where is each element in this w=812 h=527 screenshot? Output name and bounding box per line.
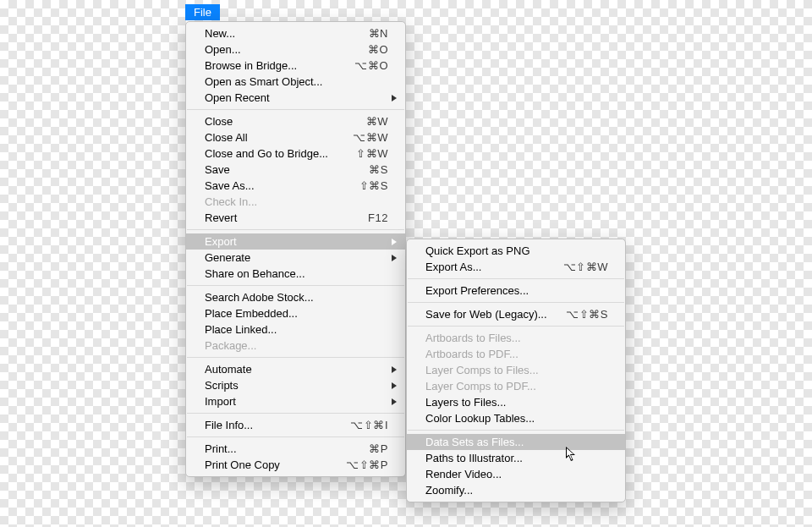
menu-separator <box>408 302 624 303</box>
menu-item-label: Close <box>205 113 339 129</box>
menu-item-shortcut: ⌥⌘O <box>339 58 388 74</box>
file-item-new[interactable]: New...⌘N <box>186 25 405 41</box>
file-item-save-as[interactable]: Save As...⇧⌘S <box>186 178 405 194</box>
export-item-render-video[interactable]: Render Video... <box>407 466 625 482</box>
export-item-zoomify[interactable]: Zoomify... <box>407 482 625 498</box>
menu-item-label: Place Linked... <box>205 321 388 338</box>
export-item-save-for-web-legacy[interactable]: Save for Web (Legacy)...⌥⇧⌘S <box>407 306 625 322</box>
menu-item-label: Automate <box>205 361 388 377</box>
menu-item-label: Artboards to PDF... <box>425 346 608 362</box>
export-item-color-lookup-tables[interactable]: Color Lookup Tables... <box>407 410 625 426</box>
menu-item-label: Color Lookup Tables... <box>425 410 608 426</box>
menu-separator <box>187 413 404 414</box>
menu-separator <box>187 109 404 110</box>
file-item-close-and-go-to-bridge[interactable]: Close and Go to Bridge...⇧⌘W <box>186 145 405 162</box>
file-item-print[interactable]: Print...⌘P <box>186 441 405 457</box>
menu-item-label: Paths to Illustrator... <box>425 450 608 466</box>
menu-item-label: Scripts <box>205 377 388 393</box>
menu-item-label: Search Adobe Stock... <box>205 289 388 305</box>
menu-item-label: Save As... <box>205 178 339 194</box>
menu-item-label: Revert <box>205 210 339 226</box>
menu-item-label: Print One Copy <box>205 457 339 473</box>
menu-item-shortcut: ⌘P <box>339 441 388 457</box>
menu-item-label: Generate <box>205 250 388 266</box>
menu-item-label: Layers to Files... <box>425 394 608 410</box>
menu-item-label: Artboards to Files... <box>425 330 608 346</box>
export-item-layer-comps-to-files: Layer Comps to Files... <box>407 362 625 378</box>
file-item-open-recent[interactable]: Open Recent <box>186 90 405 106</box>
file-item-package: Package... <box>186 338 405 354</box>
menu-item-label: Print... <box>205 441 339 457</box>
submenu-arrow-icon <box>392 398 397 405</box>
file-item-file-info[interactable]: File Info...⌥⇧⌘I <box>186 417 405 433</box>
submenu-arrow-icon <box>392 382 397 389</box>
menu-separator <box>187 357 404 358</box>
file-item-browse-in-bridge[interactable]: Browse in Bridge...⌥⌘O <box>186 58 405 74</box>
export-item-export-as[interactable]: Export As...⌥⇧⌘W <box>407 259 625 275</box>
file-item-import[interactable]: Import <box>186 393 405 409</box>
file-item-export[interactable]: Export <box>186 233 405 250</box>
file-item-place-linked[interactable]: Place Linked... <box>186 321 405 338</box>
menu-item-label: Open as Smart Object... <box>205 74 388 90</box>
menu-item-label: Data Sets as Files... <box>425 434 608 450</box>
file-item-generate[interactable]: Generate <box>186 250 405 266</box>
menu-item-shortcut: ⇧⌘W <box>339 145 388 162</box>
menu-item-label: Layer Comps to Files... <box>425 362 608 378</box>
menu-item-label: Save <box>205 162 339 178</box>
menu-item-label: Import <box>205 393 388 409</box>
file-item-scripts[interactable]: Scripts <box>186 377 405 393</box>
menu-item-shortcut: ⌘S <box>339 162 388 178</box>
file-item-revert[interactable]: RevertF12 <box>186 210 405 226</box>
export-item-artboards-to-pdf: Artboards to PDF... <box>407 346 625 362</box>
menu-item-shortcut: ⌘W <box>339 113 388 129</box>
menu-item-shortcut: ⇧⌘S <box>339 178 388 194</box>
file-item-open[interactable]: Open...⌘O <box>186 41 405 58</box>
export-submenu-panel: Quick Export as PNGExport As...⌥⇧⌘WExpor… <box>406 239 626 502</box>
menu-item-label: Open... <box>205 41 339 58</box>
file-item-automate[interactable]: Automate <box>186 361 405 377</box>
export-item-layer-comps-to-pdf: Layer Comps to PDF... <box>407 378 625 394</box>
submenu-arrow-icon <box>392 239 397 245</box>
menu-item-shortcut: ⌥⇧⌘W <box>559 259 608 275</box>
menu-separator <box>187 436 404 437</box>
menu-item-label: Open Recent <box>205 90 388 106</box>
menu-item-label: Render Video... <box>425 466 608 482</box>
file-menu-button[interactable]: File <box>185 4 220 20</box>
export-item-layers-to-files[interactable]: Layers to Files... <box>407 394 625 410</box>
export-item-artboards-to-files: Artboards to Files... <box>407 330 625 346</box>
menu-item-label: Share on Behance... <box>205 266 388 282</box>
export-item-paths-to-illustrator[interactable]: Paths to Illustrator... <box>407 450 625 466</box>
file-item-save[interactable]: Save⌘S <box>186 162 405 178</box>
menu-item-label: Quick Export as PNG <box>425 243 608 259</box>
menu-item-label: File Info... <box>205 417 339 433</box>
file-item-search-adobe-stock[interactable]: Search Adobe Stock... <box>186 289 405 305</box>
file-item-place-embedded[interactable]: Place Embedded... <box>186 305 405 321</box>
menu-item-label: Export Preferences... <box>425 283 608 299</box>
file-item-close[interactable]: Close⌘W <box>186 113 405 129</box>
menu-item-label: Package... <box>205 338 388 354</box>
menu-item-shortcut: ⌥⇧⌘I <box>339 417 388 433</box>
submenu-arrow-icon <box>392 255 397 261</box>
menu-item-label: Place Embedded... <box>205 305 388 321</box>
file-menu-panel: New...⌘NOpen...⌘OBrowse in Bridge...⌥⌘OO… <box>185 21 406 477</box>
menu-item-shortcut: F12 <box>339 210 388 226</box>
menu-item-shortcut: ⌥⇧⌘S <box>559 306 608 322</box>
export-item-quick-export-as-png[interactable]: Quick Export as PNG <box>407 243 625 259</box>
file-item-close-all[interactable]: Close All⌥⌘W <box>186 129 405 145</box>
file-item-open-as-smart-object[interactable]: Open as Smart Object... <box>186 74 405 90</box>
menu-item-shortcut: ⌥⌘W <box>339 129 388 145</box>
menu-item-shortcut: ⌥⇧⌘P <box>339 457 388 473</box>
file-menu-button-label: File <box>194 6 211 19</box>
file-item-print-one-copy[interactable]: Print One Copy⌥⇧⌘P <box>186 457 405 473</box>
menu-separator <box>408 326 624 327</box>
file-item-check-in: Check In... <box>186 194 405 210</box>
menu-item-label: Export <box>205 233 388 250</box>
menu-item-label: Save for Web (Legacy)... <box>425 306 559 322</box>
file-item-share-on-behance[interactable]: Share on Behance... <box>186 266 405 282</box>
menu-item-label: Close and Go to Bridge... <box>205 145 339 162</box>
menu-item-label: Layer Comps to PDF... <box>425 378 608 394</box>
menu-item-label: Zoomify... <box>425 482 608 498</box>
menu-item-label: Check In... <box>205 194 388 210</box>
export-item-export-preferences[interactable]: Export Preferences... <box>407 283 625 299</box>
export-item-data-sets-as-files[interactable]: Data Sets as Files... <box>407 434 625 450</box>
